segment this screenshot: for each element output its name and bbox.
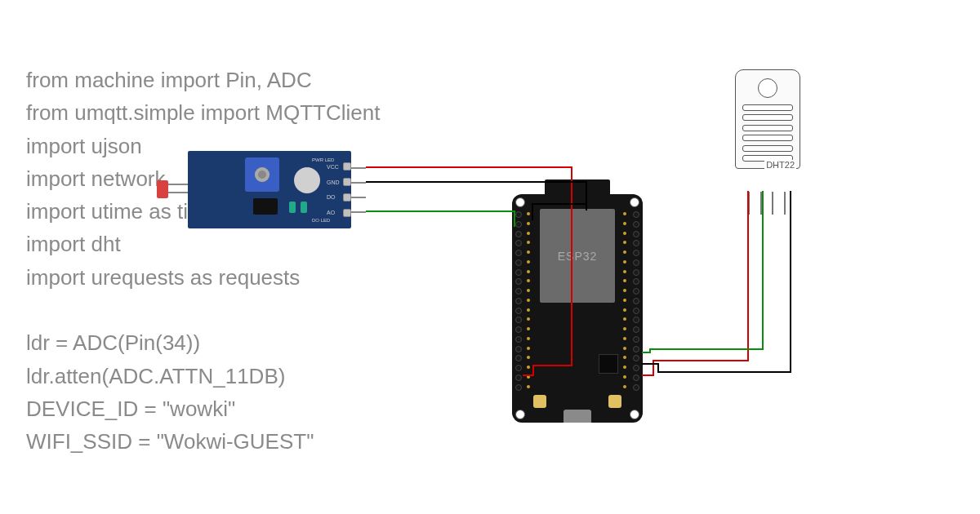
esp32-devkit[interactable]: ESP32 <box>512 194 643 423</box>
ldr-pcb: PWR LED DO LED VCC GND DO AO <box>188 151 351 228</box>
ldr-comparator-chip <box>253 198 278 215</box>
esp32-right-pads <box>623 212 628 388</box>
wire-ldr-ao <box>366 211 514 227</box>
wire-dht-gnd <box>642 191 791 372</box>
dht22-mounting-hole <box>758 78 777 98</box>
esp32-left-header[interactable] <box>514 210 523 390</box>
code-snippet: from machine import Pin, ADC from umqtt.… <box>26 64 380 459</box>
esp32-rf-shield: ESP32 <box>540 209 615 303</box>
ldr-photoresistor <box>157 180 168 198</box>
esp32-left-pads <box>527 212 532 388</box>
ldr-cell-icon <box>294 167 320 193</box>
dht22-grill <box>742 104 793 162</box>
esp32-en-button[interactable] <box>533 395 546 408</box>
ldr-pwr-led <box>289 202 296 213</box>
esp32-antenna <box>545 179 610 194</box>
esp32-label: ESP32 <box>558 250 598 263</box>
ldr-pin-header: VCC GND DO AO <box>327 159 351 220</box>
wire-dht-data <box>642 191 763 352</box>
esp32-right-header[interactable] <box>631 210 641 390</box>
dht22-label: DHT22 <box>764 160 796 170</box>
esp32-usb-chip <box>599 354 618 374</box>
ldr-do-led <box>301 202 307 213</box>
ldr-module[interactable]: PWR LED DO LED VCC GND DO AO <box>157 151 353 228</box>
dht22-body: DHT22 <box>735 69 800 169</box>
wire-dht-vcc <box>642 191 748 375</box>
dht22-sensor[interactable]: DHT22 <box>735 69 799 192</box>
dht22-pins <box>743 192 791 215</box>
esp32-boot-button[interactable] <box>608 395 621 408</box>
esp32-micro-usb[interactable] <box>564 410 591 423</box>
ldr-potentiometer[interactable] <box>245 157 279 192</box>
